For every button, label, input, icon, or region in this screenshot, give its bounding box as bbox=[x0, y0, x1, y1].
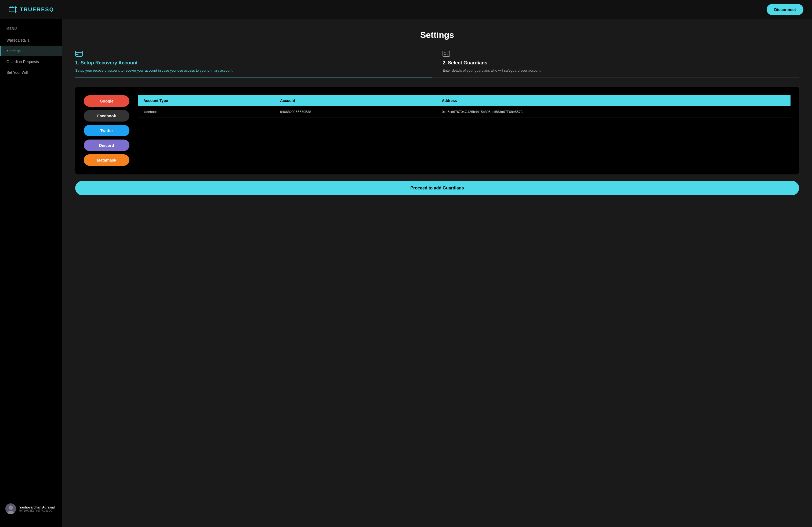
table-header-row: Account Type Account Address bbox=[138, 95, 791, 106]
sidebar-item-set-your-will[interactable]: Set Your Will bbox=[0, 67, 62, 78]
logo: TRUERESQ bbox=[9, 5, 54, 14]
col-account: Account bbox=[275, 95, 436, 106]
cell-account-type: facebook bbox=[138, 106, 275, 118]
menu-label: MENU bbox=[0, 27, 62, 35]
col-address: Address bbox=[436, 95, 791, 106]
accounts-table-container: Account Type Account Address facebook 64… bbox=[138, 95, 791, 166]
sidebar-item-wallet-details[interactable]: Wallet Details bbox=[0, 35, 62, 46]
discord-button[interactable]: Discord bbox=[84, 139, 129, 151]
svg-rect-9 bbox=[76, 54, 78, 55]
svg-rect-0 bbox=[9, 7, 14, 12]
cell-address: 0xd5cd676704C425b4415b805ecf583a67F68e55… bbox=[436, 106, 791, 118]
logo-text: TRUERESQ bbox=[20, 6, 54, 13]
id-card-icon bbox=[443, 51, 799, 58]
app-header: TRUERESQ Disconnect bbox=[0, 0, 812, 19]
step-1-title: 1. Setup Recovery Account bbox=[75, 60, 432, 66]
svg-point-5 bbox=[9, 506, 13, 510]
table-row: facebook 6466829366679538 0xd5cd676704C4… bbox=[138, 106, 791, 118]
col-account-type: Account Type bbox=[138, 95, 275, 106]
sidebar-user-info: Yashovardhan Agrawal 0x710735E1Fc677AEb1… bbox=[19, 506, 55, 512]
facebook-button[interactable]: Facebook bbox=[84, 110, 129, 122]
svg-rect-7 bbox=[75, 51, 83, 56]
cell-account: 6466829366679538 bbox=[275, 106, 436, 118]
disconnect-button[interactable]: Disconnect bbox=[767, 4, 803, 15]
svg-point-11 bbox=[444, 52, 446, 55]
page-title: Settings bbox=[75, 30, 799, 40]
step-1: 1. Setup Recovery Account Setup your rec… bbox=[75, 51, 432, 78]
step-2: 2. Select Guardians Enter details of you… bbox=[432, 51, 799, 78]
metamask-button[interactable]: Metamask bbox=[84, 154, 129, 166]
sidebar-username: Yashovardhan Agrawal bbox=[19, 506, 55, 509]
sidebar-item-guardian-requests[interactable]: Guardian Requests bbox=[0, 56, 62, 67]
logo-icon bbox=[9, 5, 17, 14]
accounts-table: Account Type Account Address facebook 64… bbox=[138, 95, 791, 118]
sidebar-nav: Wallet Details Settings Guardian Request… bbox=[0, 35, 62, 78]
credit-card-icon bbox=[75, 51, 432, 58]
content-panel: Google Facebook Twitter Discord Metamask… bbox=[75, 87, 799, 175]
step-2-description: Enter details of your guardians who will… bbox=[443, 68, 799, 73]
sidebar-address: 0x710735E1Fc677AEb1DC bbox=[19, 509, 55, 512]
twitter-button[interactable]: Twitter bbox=[84, 125, 129, 136]
step-1-description: Setup your recovery account to recover y… bbox=[75, 68, 432, 73]
step-2-title: 2. Select Guardians bbox=[443, 60, 799, 66]
google-button[interactable]: Google bbox=[84, 95, 129, 107]
proceed-button[interactable]: Proceed to add Guardians bbox=[75, 181, 799, 195]
sidebar: MENU Wallet Details Settings Guardian Re… bbox=[0, 19, 62, 527]
avatar bbox=[5, 503, 16, 514]
sidebar-footer: Yashovardhan Agrawal 0x710735E1Fc677AEb1… bbox=[0, 498, 62, 520]
main-content: Settings 1. Setup Recovery Account Setup… bbox=[62, 19, 812, 527]
sidebar-item-settings[interactable]: Settings bbox=[0, 46, 62, 56]
social-buttons-column: Google Facebook Twitter Discord Metamask bbox=[84, 95, 129, 166]
steps-container: 1. Setup Recovery Account Setup your rec… bbox=[75, 51, 799, 78]
